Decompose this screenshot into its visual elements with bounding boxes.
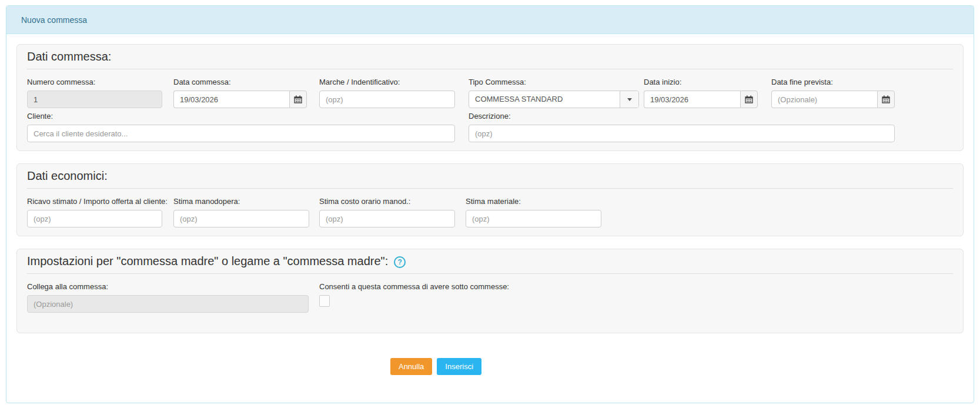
section-impostazioni-heading: Impostazioni per "commessa madre" o lega… (27, 255, 388, 268)
data-inizio-label: Data inizio: (644, 78, 758, 86)
panel-title: Nuova commessa (6, 6, 974, 34)
annulla-button[interactable]: Annulla (390, 358, 432, 375)
field-data-inizio: Data inizio: (644, 78, 758, 108)
data-commessa-input[interactable] (173, 91, 289, 108)
data-fine-input[interactable] (771, 91, 877, 108)
sotto-commesse-checkbox[interactable] (319, 295, 330, 307)
field-numero-commessa: Numero commessa: (27, 78, 162, 108)
ricavo-stimato-input[interactable] (27, 210, 162, 227)
field-tipo-commessa: Tipo Commessa: COMMESSA STANDARD (469, 78, 639, 108)
field-data-fine: Data fine prevista: (771, 78, 895, 108)
descrizione-input[interactable] (469, 125, 895, 142)
field-ricavo-stimato: Ricavo stimato / Importo offerta al clie… (27, 197, 162, 227)
numero-commessa-input (27, 91, 162, 108)
field-cliente: Cliente: (27, 112, 455, 142)
data-inizio-calendar-button[interactable] (740, 91, 758, 108)
field-stima-manodopera: Stima manodopera: (173, 197, 309, 227)
numero-commessa-label: Numero commessa: (27, 78, 162, 86)
caret-down-icon (627, 98, 632, 101)
section-dati-economici-heading: Dati economici: (27, 164, 953, 189)
field-stima-materiale: Stima materiale: (466, 197, 601, 227)
calendar-icon (882, 95, 890, 103)
cliente-search-input[interactable] (27, 125, 455, 142)
field-sotto-commesse: Consenti a questa commessa di avere sott… (319, 282, 509, 307)
marche-input[interactable] (319, 91, 455, 108)
data-fine-label: Data fine prevista: (771, 78, 895, 86)
calendar-icon (745, 95, 753, 103)
new-commessa-panel: Nuova commessa Dati commessa: Numero com… (6, 5, 974, 403)
section-dati-commessa-heading: Dati commessa: (27, 45, 953, 69)
data-fine-calendar-button[interactable] (877, 91, 895, 108)
collega-commessa-label: Collega alla commessa: (27, 282, 309, 291)
ricavo-stimato-label: Ricavo stimato / Importo offerta al clie… (27, 197, 162, 206)
field-descrizione: Descrizione: (469, 112, 895, 142)
data-commessa-calendar-button[interactable] (289, 91, 307, 108)
stima-manodopera-input[interactable] (173, 210, 309, 227)
stima-materiale-label: Stima materiale: (466, 197, 601, 206)
sotto-commesse-label: Consenti a questa commessa di avere sott… (319, 282, 509, 291)
tipo-commessa-select[interactable]: COMMESSA STANDARD (469, 91, 639, 108)
section-impostazioni-commessa-madre: Impostazioni per "commessa madre" o lega… (16, 249, 964, 333)
section-dati-economici: Dati economici: Ricavo stimato / Importo… (16, 163, 964, 236)
data-inizio-input[interactable] (644, 91, 740, 108)
tipo-commessa-label: Tipo Commessa: (469, 78, 639, 86)
calendar-icon (294, 95, 302, 103)
data-commessa-label: Data commessa: (173, 78, 307, 86)
field-data-commessa: Data commessa: (173, 78, 307, 108)
field-collega-commessa: Collega alla commessa: (27, 282, 309, 313)
collega-commessa-input (27, 295, 309, 313)
tipo-commessa-selected-value: COMMESSA STANDARD (469, 91, 620, 108)
section-dati-commessa: Dati commessa: Numero commessa: Data com… (16, 44, 964, 151)
field-marche: Marche / Indentificativo: (319, 78, 455, 108)
stima-manodopera-label: Stima manodopera: (173, 197, 309, 206)
stima-costo-orario-label: Stima costo orario manod.: (319, 197, 455, 206)
inserisci-button[interactable]: Inserisci (437, 358, 481, 375)
help-icon-glyph: ? (398, 258, 402, 266)
help-icon[interactable]: ? (394, 256, 406, 268)
descrizione-label: Descrizione: (469, 112, 895, 121)
panel-body: Dati commessa: Numero commessa: Data com… (6, 34, 974, 385)
cliente-label: Cliente: (27, 112, 455, 121)
stima-materiale-input[interactable] (466, 210, 601, 227)
field-stima-costo-orario: Stima costo orario manod.: (319, 197, 455, 227)
tipo-commessa-dropdown-button[interactable] (620, 91, 638, 108)
stima-costo-orario-input[interactable] (319, 210, 455, 227)
marche-label: Marche / Indentificativo: (319, 78, 455, 86)
action-buttons-row: Annulla Inserisci (16, 358, 964, 375)
